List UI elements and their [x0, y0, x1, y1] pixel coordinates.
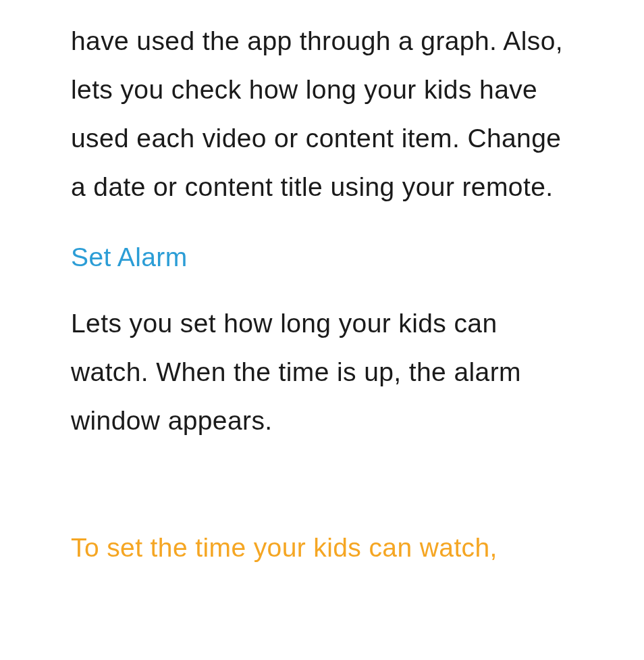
set-alarm-description: Lets you set how long your kids can watc… [71, 299, 573, 445]
set-alarm-heading: Set Alarm [71, 243, 573, 272]
set-time-heading: To set the time your kids can watch, [71, 533, 573, 563]
usage-report-description: have used the app through a graph. Also,… [71, 17, 573, 212]
